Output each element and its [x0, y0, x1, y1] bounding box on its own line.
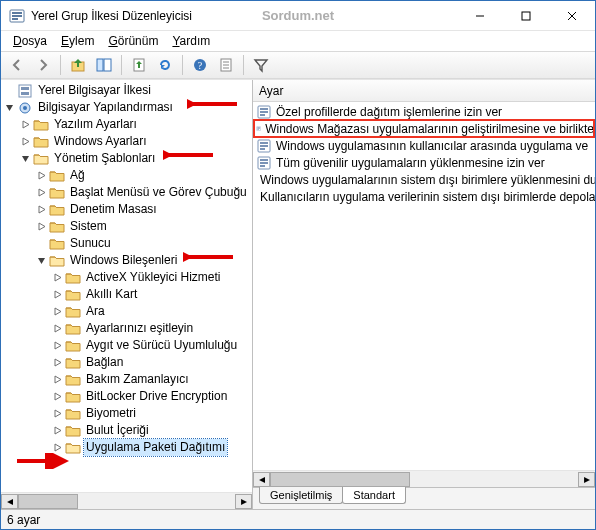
expand-toggle[interactable]: [35, 187, 47, 199]
expand-toggle[interactable]: [51, 323, 63, 335]
tree-start-taskbar[interactable]: Başlat Menüsü ve Görev Çubuğu: [3, 184, 252, 201]
tree-pane[interactable]: Yerel Bilgisayar İlkesiBilgisayar Yapıla…: [1, 80, 253, 509]
svg-rect-10: [104, 59, 111, 71]
separator: [243, 55, 244, 75]
minimize-button[interactable]: [457, 1, 503, 30]
forward-button[interactable]: [31, 54, 55, 76]
scroll-right-button[interactable]: ▸: [578, 472, 595, 487]
folder-icon: [49, 202, 65, 218]
svg-rect-1: [12, 12, 22, 14]
expand-toggle[interactable]: [35, 170, 47, 182]
scroll-right-button[interactable]: ▸: [235, 494, 252, 509]
menu-file[interactable]: Dosya: [7, 32, 53, 50]
expand-toggle[interactable]: [19, 153, 31, 165]
list-row[interactable]: Kullanıcıların uygulama verilerinin sist…: [254, 188, 594, 205]
tree-wc-item[interactable]: Ara: [3, 303, 252, 320]
menu-help[interactable]: Yardım: [166, 32, 216, 50]
help-button[interactable]: ?: [188, 54, 212, 76]
expand-toggle[interactable]: [35, 221, 47, 233]
expand-toggle[interactable]: [51, 425, 63, 437]
window-controls: [457, 1, 595, 30]
tree-windows-components[interactable]: Windows Bileşenleri: [3, 252, 252, 269]
expand-toggle[interactable]: [51, 391, 63, 403]
export-button[interactable]: [127, 54, 151, 76]
expand-toggle[interactable]: [51, 357, 63, 369]
close-button[interactable]: [549, 1, 595, 30]
watermark: Sordum.net: [262, 8, 334, 23]
tree-hscrollbar[interactable]: ◂ ▸: [1, 492, 252, 509]
list-body[interactable]: Özel profillerde dağıtım işlemlerine izi…: [253, 102, 595, 470]
scroll-left-button[interactable]: ◂: [253, 472, 270, 487]
expand-toggle[interactable]: [35, 255, 47, 267]
tree-windows-settings[interactable]: Windows Ayarları: [3, 133, 252, 150]
folder-icon: [65, 287, 81, 303]
folder-icon: [49, 253, 65, 269]
list-item-label: Windows Mağazası uygulamalarının gelişti…: [265, 122, 594, 136]
tree-root[interactable]: Yerel Bilgisayar İlkesi: [3, 82, 252, 99]
tab-extended[interactable]: Genişletilmiş: [259, 487, 343, 504]
expand-toggle[interactable]: [19, 136, 31, 148]
expand-toggle[interactable]: [35, 204, 47, 216]
expand-toggle[interactable]: [51, 289, 63, 301]
tree-wc-item[interactable]: Akıllı Kart: [3, 286, 252, 303]
menu-action[interactable]: Eylem: [55, 32, 100, 50]
list-row[interactable]: Windows uygulamalarının sistem dışı biri…: [254, 171, 594, 188]
folder-icon: [65, 372, 81, 388]
maximize-button[interactable]: [503, 1, 549, 30]
properties-button[interactable]: [214, 54, 238, 76]
list-column-header[interactable]: Ayar: [253, 80, 595, 102]
tree-wc-item[interactable]: Uygulama Paketi Dağıtımı: [3, 439, 252, 456]
list-row[interactable]: Windows Mağazası uygulamalarının gelişti…: [254, 120, 594, 137]
filter-button[interactable]: [249, 54, 273, 76]
svg-rect-29: [260, 111, 268, 113]
back-button[interactable]: [5, 54, 29, 76]
tree-wc-item[interactable]: Bağlan: [3, 354, 252, 371]
list-hscrollbar[interactable]: ◂ ▸: [253, 470, 595, 487]
show-hide-tree-button[interactable]: [92, 54, 116, 76]
tree-wc-item[interactable]: Bakım Zamanlayıcı: [3, 371, 252, 388]
expand-toggle[interactable]: [51, 306, 63, 318]
refresh-button[interactable]: [153, 54, 177, 76]
list-row[interactable]: Windows uygulamasının kullanıcılar arası…: [254, 137, 594, 154]
svg-rect-38: [260, 148, 265, 150]
expand-toggle[interactable]: [35, 238, 47, 250]
folder-icon: [33, 117, 49, 133]
tree-server[interactable]: Sunucu: [3, 235, 252, 252]
tree-label: Ayarlarınızı eşitleyin: [84, 320, 195, 337]
tree-network[interactable]: Ağ: [3, 167, 252, 184]
svg-rect-3: [12, 18, 18, 20]
list-row[interactable]: Tüm güvenilir uygulamaların yüklenmesine…: [254, 154, 594, 171]
scroll-thumb[interactable]: [18, 494, 78, 509]
folder-icon: [33, 151, 49, 167]
tab-standard[interactable]: Standart: [342, 487, 406, 504]
scroll-left-button[interactable]: ◂: [1, 494, 18, 509]
scroll-thumb[interactable]: [270, 472, 410, 487]
menu-view[interactable]: Görünüm: [102, 32, 164, 50]
expand-toggle[interactable]: [51, 408, 63, 420]
policy-icon: [256, 138, 272, 154]
tree-wc-item[interactable]: BitLocker Drive Encryption: [3, 388, 252, 405]
expand-toggle[interactable]: [51, 272, 63, 284]
expand-toggle[interactable]: [51, 442, 63, 454]
tree-wc-item[interactable]: Ayarlarınızı eşitleyin: [3, 320, 252, 337]
tree-label: ActiveX Yükleyici Hizmeti: [84, 269, 222, 286]
list-row[interactable]: Özel profillerde dağıtım işlemlerine izi…: [254, 103, 594, 120]
main-area: Yerel Bilgisayar İlkesiBilgisayar Yapıla…: [1, 79, 595, 509]
tree-control-panel[interactable]: Denetim Masası: [3, 201, 252, 218]
expand-toggle[interactable]: [19, 119, 31, 131]
tree-wc-item[interactable]: Aygıt ve Sürücü Uyumluluğu: [3, 337, 252, 354]
expand-toggle[interactable]: [3, 85, 15, 97]
tree-label: Sistem: [68, 218, 109, 235]
tree-wc-item[interactable]: Bulut İçeriği: [3, 422, 252, 439]
tree-label: Bulut İçeriği: [84, 422, 151, 439]
up-button[interactable]: [66, 54, 90, 76]
expand-toggle[interactable]: [51, 374, 63, 386]
tree-system[interactable]: Sistem: [3, 218, 252, 235]
tree-wc-item[interactable]: ActiveX Yükleyici Hizmeti: [3, 269, 252, 286]
tree-admin-templates[interactable]: Yönetim Şablonları: [3, 150, 252, 167]
expand-toggle[interactable]: [51, 340, 63, 352]
tree-software-settings[interactable]: Yazılım Ayarları: [3, 116, 252, 133]
tree-wc-item[interactable]: Biyometri: [3, 405, 252, 422]
expand-toggle[interactable]: [3, 102, 15, 114]
tree-computer-config[interactable]: Bilgisayar Yapılandırması: [3, 99, 252, 116]
